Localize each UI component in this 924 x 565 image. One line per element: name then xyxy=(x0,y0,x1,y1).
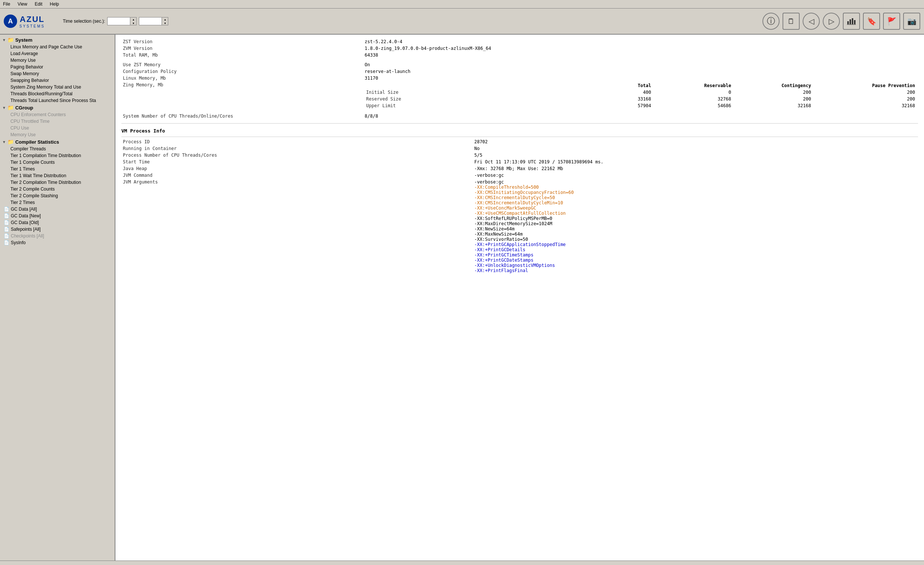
sidebar-doc-checkpoints-label: Checkpoints [All] xyxy=(11,233,44,238)
sidebar-item-tier1-compile-counts[interactable]: Tier 1 Compile Counts xyxy=(0,159,115,166)
time-start-down[interactable]: ▼ xyxy=(130,21,136,25)
zst-version-label: ZST Version xyxy=(122,38,363,45)
sidebar-item-tier2-compile-counts[interactable]: Tier 2 Compile Counts xyxy=(0,186,115,192)
compiler-folder-icon: 📁 xyxy=(8,139,14,145)
sidebar-doc-gc-old-label: GC Data [Old] xyxy=(11,220,39,225)
jvm-arg-line: -XX:MaxNewSize=64m xyxy=(474,231,916,237)
sidebar-doc-gc-new-label: GC Data [New] xyxy=(11,213,41,219)
jvm-arg-line: -XX:+PrintGCDetails xyxy=(474,247,916,252)
process-cpu-label: Process Number of CPU Threads/Cores xyxy=(122,152,473,159)
doc-icon-checkpoints: 📄 xyxy=(4,233,9,238)
back-button[interactable]: ◁ xyxy=(802,13,820,30)
time-end-down[interactable]: ▼ xyxy=(162,21,168,25)
time-start-input[interactable]: 0 xyxy=(108,18,130,25)
jvm-arg-line: -XX:SoftRefLRUPolicyMSPerMB=0 xyxy=(474,216,916,221)
menu-edit[interactable]: Edit xyxy=(33,1,44,7)
chart-button[interactable] xyxy=(843,13,860,30)
cpu-threads-value: 8/8/8 xyxy=(363,113,918,120)
bookmark-button[interactable]: 🔖 xyxy=(863,13,880,30)
sidebar-doc-gc-all[interactable]: 📄 GC Data [All] xyxy=(0,206,115,213)
sidebar-item-swapping-behavior[interactable]: Swapping Behavior xyxy=(0,77,115,84)
menu-help[interactable]: Help xyxy=(48,1,61,7)
zing-row0-contingency: 200 xyxy=(733,89,813,96)
time-start-up[interactable]: ▲ xyxy=(130,18,136,21)
sidebar-section-compiler[interactable]: ▼ 📁 Compiler Statistics xyxy=(0,138,115,145)
sidebar-item-tier1-times[interactable]: Tier 1 Times xyxy=(0,166,115,172)
compiler-label: Compiler Statistics xyxy=(15,139,59,145)
jvm-arguments-values: -verbose:gc-XX:CompileThreshold=500-XX:C… xyxy=(473,179,918,274)
zing-row2-pause: 32168 xyxy=(813,102,916,109)
logo: A AZUL SYSTEMS xyxy=(4,15,52,28)
zing-memory-cols: Total Reservable Contingency Pause Preve… xyxy=(363,81,918,110)
sidebar-item-tier1-compilation-time[interactable]: Tier 1 Compilation Time Distribution xyxy=(0,152,115,159)
vm-process-info-header: VM Process Info xyxy=(122,125,918,135)
zing-row2-contingency: 32168 xyxy=(733,102,813,109)
sidebar-doc-safepoints[interactable]: 📄 Safepoints [All] xyxy=(0,226,115,232)
sidebar-item-swap-memory[interactable]: Swap Memory xyxy=(0,70,115,77)
sidebar-item-cpu-enforcement[interactable]: CPU Enforcement Counters xyxy=(0,111,115,118)
zing-row1-contingency: 200 xyxy=(733,96,813,102)
jvm-command-label: JVM Command xyxy=(122,172,473,179)
sidebar-item-tier2-compile-stashing[interactable]: Tier 2 Compile Stashing xyxy=(0,192,115,199)
zing-col-total: Total xyxy=(589,82,652,89)
doc-icon-safepoints: 📄 xyxy=(4,227,9,232)
sidebar-doc-gc-old[interactable]: 📄 GC Data [Old] xyxy=(0,219,115,226)
time-end-up[interactable]: ▲ xyxy=(162,18,168,21)
zing-row2-reservable: 54686 xyxy=(652,102,733,109)
info-button[interactable]: ⓘ xyxy=(762,13,780,30)
jvm-command-value: -verbose:gc xyxy=(473,172,918,179)
sidebar-item-cpu-throttled[interactable]: CPU Throttled Time xyxy=(0,118,115,125)
sidebar-item-linux-memory[interactable]: Linux Memory and Page Cache Use xyxy=(0,43,115,50)
zing-row2-total: 57904 xyxy=(589,102,652,109)
use-zst-memory-label: Use ZST Memory xyxy=(122,61,363,68)
sidebar-item-threads-total[interactable]: Threads Total Launched Since Process Sta xyxy=(0,97,115,104)
sidebar-item-paging-behavior[interactable]: Paging Behavior xyxy=(0,64,115,70)
jvm-arg-line: -XX:+PrintGCTimeStamps xyxy=(474,252,916,258)
sidebar-doc-checkpoints[interactable]: 📄 Checkpoints [All] xyxy=(0,232,115,239)
document-button[interactable]: 🗒 xyxy=(783,13,800,30)
jvm-arg-line: -XX:CMSInitiatingOccupancyFraction=60 xyxy=(474,190,916,195)
jvm-arg-line: -XX:+UnlockDiagnosticVMOptions xyxy=(474,263,916,268)
system-arrow: ▼ xyxy=(2,38,6,42)
sidebar-item-tier1-wait-time[interactable]: Tier 1 Wait Time Distribution xyxy=(0,172,115,179)
vm-process-divider xyxy=(122,136,918,137)
config-policy-label: Configuration Policy xyxy=(122,68,363,75)
sidebar-item-tier2-compilation-time[interactable]: Tier 2 Compilation Time Distribution xyxy=(0,179,115,186)
zvm-version-label: ZVM Version xyxy=(122,45,363,52)
sidebar-section-cgroup[interactable]: ▼ 📁 CGroup xyxy=(0,104,115,111)
doc-icon-sysinfo: 📄 xyxy=(4,240,9,245)
sidebar-item-threads-blocked[interactable]: Threads Blocked/Running/Total xyxy=(0,90,115,97)
menu-file[interactable]: File xyxy=(2,1,12,7)
chart-icon xyxy=(847,18,856,25)
sidebar-doc-gc-new[interactable]: 📄 GC Data [New] xyxy=(0,213,115,219)
zst-version-value: zst-5.22.4.0-4 xyxy=(363,38,918,45)
sidebar-section-system[interactable]: ▼ 📁 System xyxy=(0,36,115,43)
jvm-arg-line: -XX:+PrintGCDateStamps xyxy=(474,258,916,263)
sidebar-item-load-average[interactable]: Load Average xyxy=(0,50,115,57)
system-label: System xyxy=(15,37,32,43)
jvm-arg-line: -XX:+PrintGCApplicationStoppedTime xyxy=(474,242,916,247)
sidebar-item-memory-use-cgroup[interactable]: Memory Use xyxy=(0,131,115,138)
vm-process-table: Process ID 28702 Running in Container No… xyxy=(122,138,918,274)
flag-button[interactable]: 🚩 xyxy=(883,13,900,30)
sidebar-item-memory-use[interactable]: Memory Use xyxy=(0,57,115,64)
sidebar-doc-safepoints-label: Safepoints [All] xyxy=(11,227,40,232)
sidebar-item-system-zing[interactable]: System Zing Memory Total and Use xyxy=(0,84,115,90)
sidebar-item-compiler-threads[interactable]: Compiler Threads xyxy=(0,145,115,152)
jvm-arg-line: -XX:+PrintFlagsFinal xyxy=(474,268,916,273)
svg-rect-3 xyxy=(854,20,855,24)
sidebar-doc-sysinfo[interactable]: 📄 SysInfo xyxy=(0,239,115,246)
total-ram-label: Total RAM, Mb xyxy=(122,52,363,58)
zing-row1-label: Reserved Size xyxy=(365,96,589,102)
forward-button[interactable]: ▷ xyxy=(823,13,840,30)
content-area: ZST Version zst-5.22.4.0-4 ZVM Version 1… xyxy=(116,34,924,561)
camera-button[interactable]: 📷 xyxy=(903,13,920,30)
time-end-input[interactable]: 438 xyxy=(139,18,162,25)
time-start-spinner: ▲ ▼ xyxy=(130,18,136,25)
sidebar-item-tier2-times[interactable]: Tier 2 Times xyxy=(0,199,115,206)
menu-view[interactable]: View xyxy=(16,1,28,7)
jvm-arguments-label: JVM Arguments xyxy=(122,179,473,274)
doc-icon-gc-all: 📄 xyxy=(4,207,9,212)
cgroup-label: CGroup xyxy=(15,105,33,111)
sidebar-item-cpu-use[interactable]: CPU Use xyxy=(0,125,115,131)
